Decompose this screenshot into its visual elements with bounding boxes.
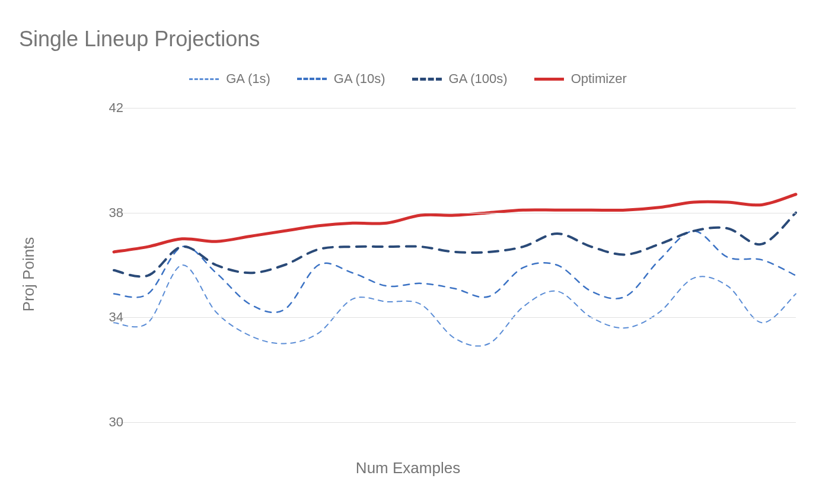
chart-lines-svg	[114, 108, 796, 422]
chart-container: Single Lineup Projections GA (1s)GA (10s…	[0, 0, 816, 504]
y-tick-label: 30	[94, 414, 123, 430]
gridline	[114, 213, 796, 213]
y-tick-label: 34	[94, 310, 123, 325]
series-line	[114, 231, 796, 312]
y-axis-label: Proj Points	[20, 215, 38, 334]
legend-label: Optimizer	[571, 71, 627, 87]
x-axis-label: Num Examples	[0, 459, 816, 477]
gridline	[114, 108, 796, 109]
y-tick-label: 42	[94, 100, 123, 116]
legend-swatch	[534, 78, 564, 81]
legend-item: GA (1s)	[189, 71, 270, 87]
legend-swatch	[189, 78, 219, 80]
legend-swatch	[412, 78, 442, 81]
legend: GA (1s)GA (10s)GA (100s)Optimizer	[0, 71, 816, 87]
plot-area	[114, 108, 796, 422]
gridline	[114, 422, 796, 423]
series-line	[114, 213, 796, 277]
legend-item: GA (100s)	[412, 71, 508, 87]
gridline	[114, 317, 796, 318]
series-line	[114, 265, 796, 346]
legend-label: GA (10s)	[334, 71, 385, 87]
legend-swatch	[297, 78, 327, 80]
series-line	[114, 194, 796, 252]
legend-label: GA (1s)	[226, 71, 270, 87]
legend-label: GA (100s)	[449, 71, 508, 87]
chart-title: Single Lineup Projections	[19, 27, 260, 52]
legend-item: Optimizer	[534, 71, 627, 87]
legend-item: GA (10s)	[297, 71, 385, 87]
y-tick-label: 38	[94, 205, 123, 221]
